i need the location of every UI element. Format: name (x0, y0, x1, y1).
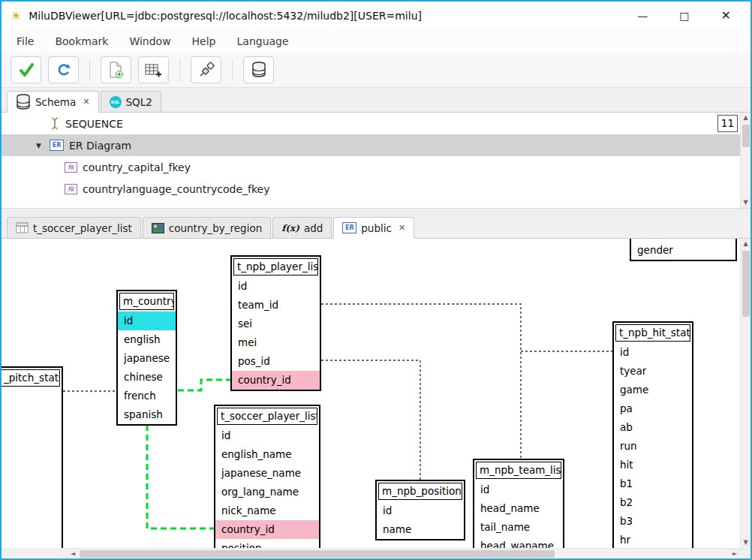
close-tab-icon[interactable]: ✕ (83, 97, 89, 107)
refresh-icon (56, 62, 71, 77)
er-table-title[interactable]: t_npb_hit_stats (615, 324, 690, 342)
relation-line (321, 360, 420, 480)
er-field-head-name[interactable]: head_name (474, 499, 563, 518)
er-field-gender[interactable]: gender (631, 241, 735, 260)
close-button[interactable]: ✕ (721, 10, 731, 22)
tree-item-sequence[interactable]: SEQUENCE (2, 113, 750, 134)
expander-icon[interactable]: ▼ (36, 142, 50, 149)
commit-button[interactable] (11, 56, 41, 83)
rollback-button[interactable] (48, 56, 79, 83)
maximize-button[interactable]: □ (679, 11, 689, 21)
er-table-t-soccer-player-list[interactable]: t_soccer_player_listidenglish_namejapane… (214, 405, 320, 548)
er-field-nick-name[interactable]: nick_name (215, 501, 319, 520)
er-field-japanese[interactable]: japanese (118, 349, 176, 368)
diagram-tab-public[interactable]: ERpublic✕ (333, 217, 414, 239)
er-field-sei[interactable]: sei (232, 315, 320, 333)
main-tab-bar: Schema✕SQLSQL2 (2, 88, 750, 113)
minimize-button[interactable]: — (637, 11, 648, 21)
er-field-id[interactable]: id (614, 343, 692, 362)
er-field-mei[interactable]: mei (232, 333, 320, 352)
canvas-vscrollbar[interactable]: ▲ ▼ (740, 239, 750, 548)
er-field-japanese-name[interactable]: japanese_name (215, 464, 319, 483)
er-table-title[interactable]: m_country (119, 293, 174, 310)
er-field-name[interactable]: name (377, 520, 464, 539)
er-table-m-country[interactable]: m_countryidenglishjapanesechinesefrenchs… (116, 290, 177, 426)
canvas-hscrollbar[interactable]: ◄ ► (68, 548, 740, 558)
menu-window[interactable]: Window (129, 35, 170, 47)
scroll-up-icon[interactable]: ▲ (741, 113, 751, 123)
er-field-pos-id[interactable]: pos_id (232, 352, 320, 371)
er-field-b1[interactable]: b1 (614, 474, 692, 493)
er-field-head-waname[interactable]: head_waname (474, 537, 563, 548)
canvas-vscroll-thumb[interactable] (742, 251, 750, 317)
panel-splitter[interactable] (2, 209, 750, 214)
connect-button[interactable] (191, 56, 221, 83)
menu-help[interactable]: Help (192, 35, 216, 47)
scroll-up-icon[interactable]: ▲ (741, 239, 751, 249)
er-field-country-id[interactable]: country_id (232, 371, 320, 390)
scroll-right-icon[interactable]: ► (729, 549, 740, 559)
er-field-id[interactable]: id (215, 426, 319, 445)
er-field-hit[interactable]: hit (614, 456, 692, 474)
main-tab-sql2[interactable]: SQLSQL2 (101, 91, 161, 113)
er-table-m-npb-position[interactable]: m_npb_positionidname (375, 480, 465, 540)
er-field-french[interactable]: french (118, 387, 176, 405)
er-field-run[interactable]: run (614, 437, 692, 456)
er-field-org-lang-name[interactable]: org_lang_name (215, 483, 319, 501)
canvas-hscroll-thumb[interactable] (80, 550, 555, 558)
er-table-title[interactable]: m_npb_team_list (476, 462, 561, 479)
er-canvas[interactable]: incomegendert_npb_player_listidteam_idse… (2, 239, 740, 548)
tree-item-countrylanguage-countrycode-fkey[interactable]: fkcountrylanguage_countrycode_fkey (2, 178, 750, 200)
diagram-tab-add[interactable]: f(x)add (272, 217, 332, 239)
tree-scrollbar[interactable]: ▲ ▼ (740, 113, 750, 208)
er-table-title[interactable]: _pitch_stats (2, 369, 60, 387)
er-field-id[interactable]: id (232, 277, 320, 296)
er-table-title[interactable]: t_soccer_player_list (217, 408, 317, 425)
er-field-id[interactable]: id (474, 480, 563, 499)
er-field-country-id[interactable]: country_id (215, 520, 319, 539)
plug-icon (198, 62, 215, 78)
er-table-t-npb-player-list[interactable]: t_npb_player_listidteam_idseimeipos_idco… (230, 255, 321, 391)
diagram-tab-country-by-region[interactable]: country_by_region (143, 217, 271, 239)
er-field-hr[interactable]: hr (614, 531, 692, 548)
er-field-tail-name[interactable]: tail_name (474, 518, 563, 537)
title-bar: ☀ MiluDBViewer[URL=jdbc:postgresql://loc… (2, 2, 750, 30)
er-field-id[interactable]: id (377, 501, 464, 520)
menu-bookmark[interactable]: Bookmark (55, 35, 108, 47)
menu-language[interactable]: Language (237, 35, 289, 47)
er-field-english-name[interactable]: english_name (215, 445, 319, 464)
er-field-position[interactable]: position (215, 539, 319, 548)
tree-item-label: country_capital_fkey (83, 161, 191, 173)
er-field-game[interactable]: game (614, 381, 692, 399)
er-field-ab[interactable]: ab (614, 418, 692, 437)
add-table-button[interactable] (138, 56, 169, 83)
menu-file[interactable]: File (17, 35, 34, 47)
er-field-b3[interactable]: b3 (614, 512, 692, 531)
close-tab-icon[interactable]: ✕ (399, 223, 405, 233)
er-table-pitch-stats[interactable]: _pitch_stats (2, 366, 63, 548)
sql-icon: SQL (110, 96, 122, 108)
tree-item-er-diagram[interactable]: ▼ERER Diagram (2, 134, 750, 156)
tree-scroll-thumb[interactable] (742, 125, 750, 147)
er-field-tyear[interactable]: tyear (614, 362, 692, 381)
main-tab-schema[interactable]: Schema✕ (7, 91, 99, 113)
er-field-chinese[interactable]: chinese (118, 368, 176, 387)
er-field-spanish[interactable]: spanish (118, 405, 176, 424)
er-field-english[interactable]: english (118, 330, 176, 349)
er-field-team-id[interactable]: team_id (232, 296, 320, 315)
tree-item-country-capital-fkey[interactable]: fkcountry_capital_fkey (2, 156, 750, 178)
er-table-title[interactable]: m_npb_position (378, 483, 462, 500)
er-table-title[interactable]: t_npb_player_list (233, 258, 318, 275)
new-query-button[interactable] (101, 56, 131, 83)
database-button[interactable] (243, 56, 274, 83)
er-table-m-npb-team-list[interactable]: m_npb_team_listidhead_nametail_namehead_… (473, 459, 564, 548)
er-table-t-npb-hit-stats[interactable]: t_npb_hit_statsidtyeargamepaabrunhitb1b2… (612, 321, 693, 548)
er-table-unnamed[interactable]: incomegender (630, 239, 737, 261)
er-field-id[interactable]: id (118, 312, 176, 330)
scroll-down-icon[interactable]: ▼ (741, 197, 751, 208)
diagram-tab-t-soccer-player-list[interactable]: t_soccer_player_list (7, 217, 141, 239)
er-field-b2[interactable]: b2 (614, 493, 692, 512)
scroll-down-icon[interactable]: ▼ (741, 537, 751, 548)
scroll-left-icon[interactable]: ◄ (68, 549, 78, 559)
er-field-pa[interactable]: pa (614, 399, 692, 418)
